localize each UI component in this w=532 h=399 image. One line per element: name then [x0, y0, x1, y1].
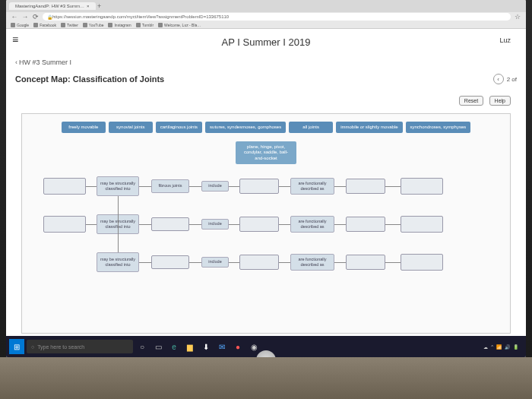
drop-slot[interactable]: [151, 217, 189, 231]
drop-slot[interactable]: [401, 216, 443, 233]
menu-icon[interactable]: ≡: [12, 33, 18, 46]
taskview-icon[interactable]: ▭: [151, 340, 165, 353]
drop-slot[interactable]: [43, 178, 86, 195]
prev-icon[interactable]: ‹: [493, 74, 504, 84]
bookmark-item[interactable]: Instagram: [108, 23, 131, 27]
volume-icon[interactable]: 🔊: [505, 344, 510, 350]
term-tile[interactable]: sutures, syndesmoses, gomphoses: [205, 122, 286, 133]
diagram-area: may be structurally classified into fibr…: [28, 172, 504, 324]
bookmark-item[interactable]: Facebook: [33, 23, 56, 27]
drop-slot[interactable]: [151, 255, 189, 269]
screen: MasteringAandP: HW #3 Summ…× + ← → ⟳ 🔒ht…: [6, 0, 526, 357]
onedrive-icon[interactable]: ☁: [483, 344, 488, 350]
breadcrumb-back[interactable]: HW #3 Summer I: [6, 55, 526, 69]
map-node: include: [201, 219, 229, 230]
bookmark-item[interactable]: Twitter: [61, 23, 78, 27]
laptop-keyboard: [0, 357, 532, 399]
edge-icon[interactable]: e: [167, 340, 181, 353]
map-node: include: [201, 257, 229, 268]
drop-slot[interactable]: [239, 217, 279, 232]
address-bar[interactable]: 🔒https://session.masteringaandp.com/myct…: [43, 13, 511, 21]
drop-slot[interactable]: [401, 178, 443, 195]
browser-tab[interactable]: MasteringAandP: HW #3 Summ…×: [9, 2, 96, 10]
bookmark-bar: Google Facebook Twitter YouTube Instagra…: [6, 22, 526, 28]
drop-slot[interactable]: [239, 179, 279, 194]
browser-chrome: MasteringAandP: HW #3 Summ…× + ← → ⟳ 🔒ht…: [6, 0, 526, 29]
term-tile[interactable]: cartilaginous joints: [156, 122, 202, 133]
term-tile[interactable]: synovial joints: [109, 122, 153, 133]
reset-button[interactable]: Reset: [459, 96, 483, 106]
lock-icon: 🔒: [47, 14, 52, 20]
tab-row: MasteringAandP: HW #3 Summ…× +: [6, 0, 526, 12]
bookmark-item[interactable]: Google: [11, 23, 29, 27]
map-node: are functionally described as: [290, 216, 334, 233]
page-content: ≡ AP I Summer I 2019 Luz HW #3 Summer I …: [6, 29, 526, 336]
bookmark-item[interactable]: YouTube: [83, 23, 104, 27]
map-node: may be structurally classified into: [97, 176, 139, 196]
drop-slot[interactable]: [239, 255, 279, 270]
map-node: may be structurally classified into: [97, 252, 139, 272]
forward-button[interactable]: →: [21, 13, 29, 21]
term-tile[interactable]: synchondroses, symphyses: [406, 122, 471, 133]
start-button[interactable]: ⊞: [9, 339, 24, 354]
term-tile[interactable]: freely movable: [62, 122, 106, 133]
store-icon[interactable]: ⬇: [199, 340, 213, 353]
page-counter: ‹2 of: [493, 74, 517, 84]
back-button[interactable]: ←: [11, 13, 18, 21]
wifi-icon[interactable]: 📶: [496, 344, 502, 350]
drop-slot[interactable]: [401, 254, 443, 271]
app-icon[interactable]: ●: [231, 340, 245, 353]
new-tab-button[interactable]: +: [96, 2, 103, 10]
chevron-up-icon[interactable]: ^: [491, 344, 493, 349]
term-tile[interactable]: plane, hinge, pivot, condylar, saddle, b…: [236, 141, 296, 164]
cortana-icon[interactable]: ○: [135, 340, 149, 353]
laptop-frame: MasteringAandP: HW #3 Summ…× + ← → ⟳ 🔒ht…: [0, 0, 532, 399]
star-icon[interactable]: ☆: [514, 13, 521, 21]
system-tray[interactable]: ☁ ^ 📶 🔊 🔋: [483, 344, 523, 350]
drop-slot[interactable]: [43, 216, 86, 233]
concept-title: Concept Map: Classification of Joints: [15, 74, 164, 84]
map-node[interactable]: fibrous joints: [151, 179, 189, 193]
concept-map: freely movable synovial joints cartilagi…: [21, 113, 511, 334]
map-node: include: [201, 181, 229, 192]
bookmark-item[interactable]: Tumblr: [136, 23, 154, 27]
term-tile[interactable]: all joints: [289, 122, 333, 133]
chrome-icon[interactable]: ◉: [247, 340, 261, 353]
map-node: are functionally described as: [290, 254, 334, 271]
battery-icon[interactable]: 🔋: [513, 344, 518, 350]
bookmark-item[interactable]: Welcome, Luz - Bla…: [158, 23, 201, 27]
drop-slot[interactable]: [346, 217, 385, 232]
help-button[interactable]: Help: [489, 96, 511, 106]
map-node: are functionally described as: [290, 178, 334, 195]
term-tile[interactable]: immobile or slightly movable: [336, 122, 402, 133]
explorer-icon[interactable]: ▆: [183, 340, 197, 353]
course-title: AP I Summer I 2019: [6, 29, 526, 55]
close-icon[interactable]: ×: [87, 4, 90, 8]
drop-slot[interactable]: [346, 255, 385, 270]
mail-icon[interactable]: ✉: [215, 340, 229, 353]
search-icon: ○: [31, 344, 34, 350]
user-name[interactable]: Luz: [499, 36, 511, 44]
drop-slot[interactable]: [346, 179, 385, 194]
reload-button[interactable]: ⟳: [32, 13, 40, 21]
term-bank: freely movable synovial joints cartilagi…: [28, 122, 504, 133]
taskbar-search[interactable]: ○Type here to search: [27, 340, 133, 353]
